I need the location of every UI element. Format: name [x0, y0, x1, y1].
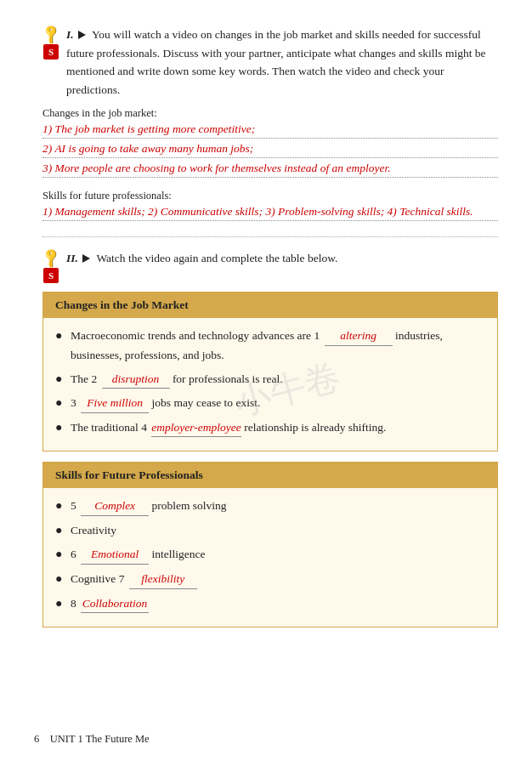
table-row: ● Creativity [55, 521, 485, 540]
blank-2: disruption [102, 370, 170, 389]
section-1-intro: You will watch a video on changes in the… [66, 28, 486, 96]
job-answer-3: 3) More people are choosing to work for … [42, 162, 498, 178]
table-row: ● The traditional 4 employer-employee re… [55, 418, 485, 438]
icon-group-2: 🔑 S [42, 250, 59, 283]
bullet: ● [55, 394, 67, 412]
item-text-3: 3 Five million jobs may cease to exist. [71, 394, 485, 413]
job-answer-2: 2) AI is going to take away many human j… [42, 142, 498, 158]
s-icon: S [43, 44, 59, 60]
blank-3: Five million [81, 394, 149, 413]
bullet: ● [55, 570, 67, 588]
item-text-5: 5 Complex problem solving [71, 497, 485, 516]
table-row: ● 6 Emotional intelligence [55, 545, 485, 565]
key-icon-2: 🔑 [39, 247, 63, 270]
table-row: ● 3 Five million jobs may cease to exist… [55, 394, 485, 413]
table-row: ● Macroeconomic trends and technology ad… [55, 327, 485, 364]
item-text-8: 8 Collaboration [71, 594, 485, 614]
item-text-2: The 2 disruption for professionals is re… [71, 370, 485, 389]
table-changes-body: ● Macroeconomic trends and technology ad… [43, 318, 497, 451]
bullet: ● [55, 370, 67, 389]
table-changes-header: Changes in the Job Market [43, 292, 497, 318]
play-icon-2 [82, 254, 90, 263]
roman-numeral-1: I. [66, 28, 74, 41]
blank-7: flexibility [129, 570, 197, 589]
num-4: 4 [141, 421, 147, 434]
key-icon: 🔑 [39, 23, 63, 47]
section-2-intro: Watch the video again and complete the t… [96, 252, 337, 264]
bullet: ● [55, 497, 67, 515]
num-3: 3 [71, 396, 76, 409]
play-icon-1 [78, 31, 86, 39]
table-skills: Skills for Future Professionals ● 5 Comp… [42, 462, 498, 628]
bullet: ● [55, 521, 67, 540]
num-2: 2 [91, 372, 97, 385]
item-text-creativity: Creativity [71, 521, 485, 540]
footer: 6 UNIT 1 The Future Me [34, 733, 150, 746]
section-2-text: II. Watch the video again and complete t… [66, 249, 498, 268]
bullet: ● [55, 418, 67, 437]
blank-4: employer-employee [151, 418, 241, 438]
bullet: ● [55, 594, 67, 613]
table-skills-body: ● 5 Complex problem solving ● Creativity… [43, 488, 497, 627]
table-row: ● 5 Complex problem solving [55, 497, 485, 516]
table-row: ● The 2 disruption for professionals is … [55, 370, 485, 389]
blank-6: Emotional [81, 545, 149, 565]
bullet: ● [55, 545, 67, 564]
num-1: 1 [314, 329, 320, 342]
table-row: ● 8 Collaboration [55, 594, 485, 614]
table-changes: Changes in the Job Market ● Macroeconomi… [42, 292, 498, 451]
num-6: 6 [71, 548, 76, 560]
section-1-text: I. You will watch a video on changes in … [66, 26, 498, 99]
icon-group-1: 🔑 S [42, 26, 59, 60]
num-5: 5 [71, 499, 76, 512]
table-skills-header: Skills for Future Professionals [43, 463, 497, 488]
section-2-header: 🔑 S II. Watch the video again and comple… [42, 249, 498, 283]
s-icon-2: S [43, 268, 59, 283]
num-7: 7 [119, 572, 125, 585]
num-8: 8 [71, 597, 76, 610]
blank-8: Collaboration [81, 594, 149, 614]
roman-numeral-2: II. [66, 252, 78, 264]
section-1-header: 🔑 S I. You will watch a video on changes… [42, 26, 498, 99]
item-text-4: The traditional 4 employer-employee rela… [71, 418, 485, 438]
section-2: 🔑 S II. Watch the video again and comple… [42, 249, 498, 628]
page-number: 6 [34, 733, 39, 745]
item-text-6: 6 Emotional intelligence [71, 545, 485, 565]
table-row: ● Cognitive 7 flexibility [55, 570, 485, 589]
blank-1: altering [325, 327, 393, 346]
job-answer-1: 1) The job market is getting more compet… [42, 122, 498, 139]
bullet: ● [55, 327, 67, 345]
item-text-1: Macroeconomic trends and technology adva… [71, 327, 485, 364]
section-divider [42, 236, 498, 237]
blank-5: Complex [81, 497, 149, 516]
skills-label: Skills for future professionals: [42, 190, 498, 202]
skills-answer: 1) Management skills; 2) Communicative s… [42, 205, 498, 221]
item-text-7: Cognitive 7 flexibility [71, 570, 485, 589]
job-market-label: Changes in the job market: [42, 107, 498, 120]
section-1: 🔑 S I. You will watch a video on changes… [42, 26, 498, 221]
unit-label: UNIT 1 The Future Me [50, 733, 150, 745]
